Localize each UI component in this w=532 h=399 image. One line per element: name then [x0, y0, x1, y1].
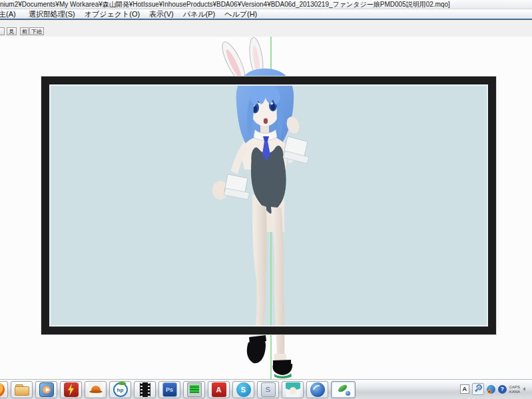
view-button-1[interactable]: 見 [7, 27, 17, 35]
taskbar-photoshop-icon[interactable]: Ps [158, 381, 180, 398]
status-sphere-icon[interactable] [487, 385, 495, 394]
menu-item-selection[interactable]: 選択部処理(S) [24, 9, 80, 19]
taskbar-hat-app-icon[interactable] [85, 381, 107, 398]
taskbar-metasequoia-icon[interactable]: S [257, 381, 279, 398]
menu-item-attr[interactable]: 主(A) [0, 9, 24, 19]
tray-expand-chevron-icon[interactable] [523, 387, 525, 391]
system-tray: A ? CAPS KANA [460, 380, 525, 398]
taskbar-gpu-icon[interactable] [183, 381, 205, 398]
help-icon[interactable]: ? [498, 385, 507, 394]
taskbar-film-icon[interactable] [134, 381, 156, 398]
board-frame [41, 76, 496, 334]
menu-item-object[interactable]: オブジェクト(O) [80, 9, 144, 19]
kana-indicator[interactable]: KANA [509, 390, 520, 394]
menu-item-help[interactable]: ヘルプ(H) [220, 9, 262, 19]
ime-language-indicators[interactable]: CAPS KANA [509, 385, 520, 394]
taskbar-folder-icon[interactable] [11, 381, 33, 398]
taskbar-miku-icon[interactable] [282, 381, 304, 398]
ime-input-mode-icon[interactable]: A [460, 384, 469, 394]
taskbar: hp Ps A S S [0, 379, 532, 399]
view-button-underlay[interactable]: 下絵 [29, 27, 44, 35]
caps-indicator[interactable]: CAPS [509, 385, 520, 389]
taskbar-flash-icon[interactable] [60, 381, 82, 398]
view-button-clipped[interactable] [0, 27, 5, 35]
window-title: nium2¥Documents¥My Workarea¥森山開発¥HotIssu… [0, 1, 450, 8]
viewport-3d[interactable] [0, 37, 532, 379]
menu-bar: 主(A) 選択部処理(S) オブジェクト(O) 表示(V) パネル(P) ヘルプ… [0, 9, 532, 20]
taskbar-green-tool-icon[interactable] [331, 381, 356, 398]
taskbar-firefox-icon[interactable] [0, 381, 8, 398]
left-shoe [247, 330, 266, 363]
title-bar[interactable]: nium2¥Documents¥My Workarea¥森山開発¥HotIssu… [0, 0, 532, 9]
tool-band: 見 前 下絵 [0, 20, 532, 37]
view-button-front[interactable]: 前 [20, 27, 29, 35]
taskbar-hp-icon[interactable]: hp [109, 381, 131, 398]
taskbar-thunderbird-icon[interactable] [306, 381, 328, 398]
taskbar-media-player-icon[interactable] [35, 381, 57, 398]
taskbar-skype-icon[interactable]: S [232, 381, 254, 398]
menu-item-view[interactable]: 表示(V) [144, 9, 178, 19]
application-window: nium2¥Documents¥My Workarea¥森山開発¥HotIssu… [0, 0, 532, 399]
right-shoe [273, 354, 293, 378]
wrench-tools-icon[interactable] [472, 383, 484, 395]
menu-item-panel[interactable]: パネル(P) [178, 9, 220, 19]
taskbar-adobe-reader-icon[interactable]: A [208, 381, 230, 398]
